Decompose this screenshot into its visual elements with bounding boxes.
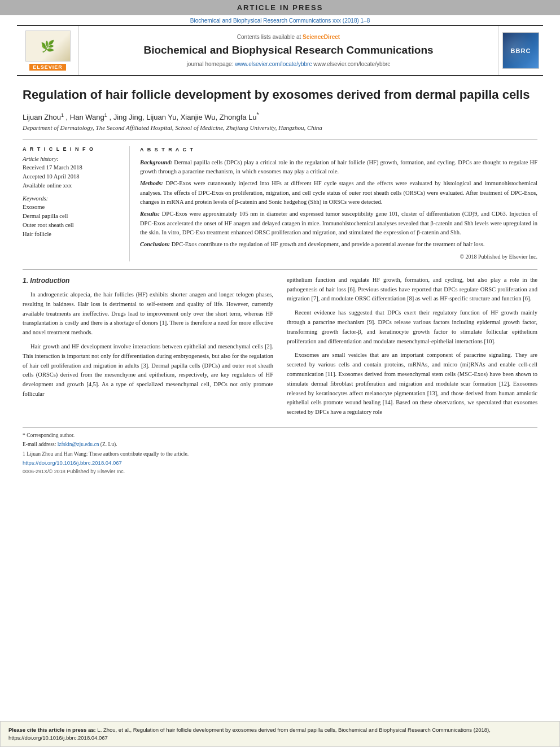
doi-line[interactable]: https://doi.org/10.1016/j.bbrc.2018.04.0… [23, 459, 537, 467]
author3-star: * [257, 111, 259, 118]
methods-text: DPC-Exos were cutaneously injected into … [140, 180, 537, 205]
header-center: Contents lists available at ScienceDirec… [79, 26, 498, 75]
issn-line: 0006-291X/© 2018 Published by Elsevier I… [23, 468, 537, 476]
copyright-line: © 2018 Published by Elsevier Inc. [140, 252, 537, 261]
conclusion-text: DPC-Exos contribute to the regulation of… [172, 241, 485, 247]
received-text: Received 17 March 2018 [23, 163, 119, 172]
elsevier-badge: ELSEVIER [29, 64, 66, 71]
banner-text: ARTICLE IN PRESS [237, 3, 323, 12]
two-col-section: A R T I C L E I N F O Article history: R… [23, 139, 537, 261]
citation-box: Please cite this article in press as: L.… [0, 721, 560, 748]
email-suffix: (Z. Lu). [100, 442, 117, 447]
journal-header: 🌿 ELSEVIER Contents lists available at S… [17, 25, 543, 76]
background-label: Background: [140, 159, 172, 165]
article-in-press-banner: ARTICLE IN PRESS [0, 0, 560, 15]
results-label: Results: [140, 211, 160, 217]
article-title: Regulation of hair follicle development … [23, 86, 537, 103]
header-left: 🌿 ELSEVIER [17, 26, 79, 75]
bbrc-text: BBRC [511, 47, 531, 54]
sciencedirect-link[interactable]: ScienceDirect [303, 34, 340, 40]
keyword3: Outer root sheath cell [23, 221, 119, 230]
abstract-background: Background: Dermal papilla cells (DPCs) … [140, 158, 537, 177]
authors-line: Lijuan Zhou1 , Han Wang1 , Jing Jing, Li… [23, 111, 537, 121]
abstract-title: A B S T R A C T [140, 146, 537, 154]
results-text: DPC-Exos were approximately 105 nm in di… [140, 211, 537, 235]
journal-homepage-line: journal homepage: www.elsevier.com/locat… [187, 61, 391, 67]
abstract-methods: Methods: DPC-Exos were cutaneously injec… [140, 179, 537, 207]
header-right: BBRC [498, 26, 543, 75]
history-label: Article history: [23, 156, 119, 162]
intro-heading: 1. Introduction [23, 276, 273, 286]
author2-sup: 1 [104, 112, 107, 118]
intro-para1: In androgenetic alopecia, the hair folli… [23, 290, 273, 338]
right-para3: Exosomes are small vesicles that are an … [287, 351, 537, 417]
journal-ref-line: Biochemical and Biophysical Research Com… [0, 15, 560, 25]
citation-label: Please cite this article in press as: [8, 727, 96, 733]
keyword2: Dermal papilla cell [23, 212, 119, 221]
content-area: Regulation of hair follicle development … [0, 76, 560, 715]
keyword1: Exosome [23, 203, 119, 212]
right-para2: Recent evidence has suggested that DPCs … [287, 308, 537, 346]
elsevier-logo-box: 🌿 [25, 30, 71, 62]
email-address[interactable]: lzfskin@zju.edu.cn [58, 442, 99, 447]
keywords-block: Keywords: Exosome Dermal papilla cell Ou… [23, 195, 119, 238]
right-para1: epithelium function and regulate HF grow… [287, 276, 537, 304]
footnotes-area: * Corresponding author. E-mail address: … [23, 427, 537, 476]
bbrc-logo-box: BBRC [502, 32, 539, 69]
corresponding-label: * Corresponding author. [23, 433, 75, 438]
keyword4: Hair follicle [23, 230, 119, 239]
left-body-col: 1. Introduction In androgenetic alopecia… [23, 276, 273, 422]
article-info-title: A R T I C L E I N F O [23, 146, 119, 152]
abstract-col: A B S T R A C T Background: Dermal papil… [140, 146, 537, 261]
article-info-col: A R T I C L E I N F O Article history: R… [23, 146, 130, 261]
homepage-url[interactable]: www.elsevier.com/locate/ybbrc [235, 61, 312, 67]
affiliation-line: Department of Dermatology, The Second Af… [23, 124, 537, 131]
author1-sup: 1 [61, 112, 64, 118]
body-two-col: 1. Introduction In androgenetic alopecia… [23, 276, 537, 422]
abstract-conclusion: Conclusion: DPC-Exos contribute to the r… [140, 240, 537, 249]
keywords-label: Keywords: [23, 195, 119, 202]
available-text: Available online xxx [23, 181, 119, 190]
footnote-corresponding: * Corresponding author. [23, 431, 537, 439]
conclusion-label: Conclusion: [140, 241, 170, 247]
email-label: E-mail address: [23, 442, 56, 447]
history-block: Article history: Received 17 March 2018 … [23, 156, 119, 190]
intro-para2: Hair growth and HF development involve i… [23, 342, 273, 399]
homepage-label: journal homepage: [187, 61, 234, 67]
author2-name: , Han Wang [66, 113, 104, 121]
contents-label: Contents lists available at [237, 34, 301, 40]
section-divider [23, 269, 537, 270]
journal-title: Biochemical and Biophysical Research Com… [143, 43, 433, 58]
right-body-col: epithelium function and regulate HF grow… [287, 276, 537, 422]
author1-name: Lijuan Zhou [23, 113, 61, 121]
background-text: Dermal papilla cells (DPCs) play a criti… [140, 159, 537, 174]
footnote-email: E-mail address: lzfskin@zju.edu.cn (Z. L… [23, 440, 537, 448]
author3-name: , Jing Jing, Lijuan Yu, Xianjie Wu, Zhon… [109, 113, 256, 121]
tree-icon: 🌿 [41, 40, 55, 53]
abstract-results: Results: DPC-Exos were approximately 105… [140, 209, 537, 237]
accepted-text: Accepted 10 April 2018 [23, 172, 119, 181]
homepage-url-text[interactable]: www.elsevier.com/locate/ybbrc [313, 61, 390, 67]
journal-ref-text: Biochemical and Biophysical Research Com… [190, 18, 370, 24]
footnote1-line: 1 Lijuan Zhou and Han Wang: These author… [23, 450, 537, 458]
contents-line: Contents lists available at ScienceDirec… [237, 34, 340, 40]
methods-label: Methods: [140, 180, 163, 186]
page: ARTICLE IN PRESS Biochemical and Biophys… [0, 0, 560, 747]
